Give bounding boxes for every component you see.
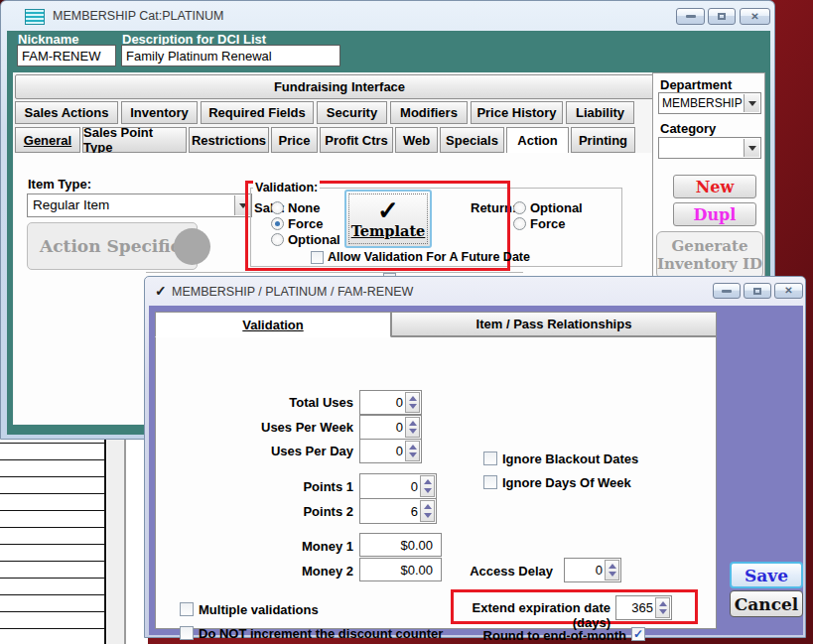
item-type-select[interactable]: Regular Item <box>27 193 252 217</box>
tab-sales-point-type[interactable]: Sales Point Type <box>82 127 187 153</box>
spinner-arrows[interactable] <box>605 560 619 580</box>
tab-web[interactable]: Web <box>395 127 438 153</box>
spin-up-icon <box>409 396 417 401</box>
spinner-arrows[interactable] <box>655 597 670 618</box>
minimize-button[interactable] <box>676 8 705 25</box>
dialog-maximize-button[interactable] <box>744 283 771 299</box>
spinner-arrows[interactable] <box>405 441 420 461</box>
points2-spinner[interactable]: 6 <box>359 498 437 524</box>
tab-price-history[interactable]: Price History <box>471 101 563 124</box>
tab-required-fields[interactable]: Required Fields <box>201 101 314 124</box>
uses-per-day-spinner[interactable]: 0 <box>359 439 422 463</box>
category-select[interactable] <box>658 137 761 159</box>
tab-modifiers[interactable]: Modifiers <box>390 101 468 124</box>
template-button[interactable]: ✓ Template <box>344 190 432 248</box>
spin-up-icon <box>424 504 432 509</box>
money2-input[interactable]: $0.00 <box>359 558 442 581</box>
sale-optional-label: Optional <box>288 232 340 247</box>
tab-action[interactable]: Action <box>506 127 569 154</box>
sale-optional-radio[interactable] <box>271 233 284 246</box>
maximize-icon <box>753 288 761 295</box>
points2-label: Points 2 <box>215 504 353 519</box>
dialog-close-button[interactable]: ✕ <box>774 283 803 299</box>
tab-item-pass-relationships[interactable]: Item / Pass Relationships <box>391 312 717 336</box>
spin-down-icon <box>424 488 432 493</box>
dialog-title-check-icon: ✓ <box>155 283 167 299</box>
close-icon: ✕ <box>750 12 758 22</box>
spin-up-icon <box>424 479 432 484</box>
save-button[interactable]: Save <box>730 562 803 588</box>
dupl-button[interactable]: Dupl <box>673 202 756 226</box>
department-value: MEMBERSHIP <box>662 96 743 110</box>
generate-line1: Generate <box>672 237 748 255</box>
tab-liability[interactable]: Liability <box>566 101 634 124</box>
round-checkbox[interactable]: ✓ <box>631 627 645 641</box>
main-window-title: MEMBERSHIP Cat:PLATINUM <box>53 9 224 23</box>
department-select[interactable]: MEMBERSHIP <box>658 92 761 114</box>
multiple-validations-checkbox[interactable] <box>180 602 194 616</box>
money2-value: $0.00 <box>360 559 433 580</box>
tab-printing[interactable]: Printing <box>571 127 635 153</box>
description-input[interactable]: Family Platinum Renewal <box>121 45 340 66</box>
spinner-arrows[interactable] <box>420 500 435 522</box>
total-uses-spinner[interactable]: 0 <box>359 390 422 415</box>
uses-per-week-label: Uses Per Week <box>215 420 353 435</box>
generate-inventory-id-button: Generate Inventory ID <box>656 231 763 279</box>
spin-down-icon <box>409 404 417 409</box>
new-button[interactable]: New <box>673 175 756 198</box>
tab-price[interactable]: Price <box>271 127 318 153</box>
return-optional-label: Optional <box>530 200 583 215</box>
maximize-button[interactable] <box>708 8 736 25</box>
sale-none-radio[interactable] <box>271 201 284 214</box>
total-uses-label: Total Uses <box>215 395 353 410</box>
sale-force-radio[interactable] <box>271 217 284 230</box>
chevron-down-icon <box>748 101 756 106</box>
money1-input[interactable]: $0.00 <box>359 533 442 557</box>
dialog-title: MEMBERSHIP / PLATINUM / FAM-RENEW <box>172 285 413 299</box>
points1-value: 0 <box>360 474 418 498</box>
fundraising-interface-button[interactable]: Fundraising Interface <box>15 74 664 99</box>
ignore-blackout-checkbox[interactable] <box>483 451 497 465</box>
tab-restrictions[interactable]: Restrictions <box>189 127 269 153</box>
extend-label: Extend expiration date (days) <box>454 600 610 630</box>
action-specifics-circle-icon <box>174 228 210 265</box>
tab-security[interactable]: Security <box>317 101 387 124</box>
uses-per-week-spinner[interactable]: 0 <box>359 415 422 440</box>
spin-down-icon <box>659 609 667 614</box>
list-rows <box>0 443 105 644</box>
list-gray-column <box>107 435 126 644</box>
tab-profit-ctrs[interactable]: Profit Ctrs <box>320 127 393 153</box>
multiple-validations-label: Multiple validations <box>199 602 319 617</box>
tab-general[interactable]: General <box>15 127 80 153</box>
chevron-down-icon <box>748 146 756 151</box>
tab-validation[interactable]: Validation <box>155 312 391 337</box>
spinner-arrows[interactable] <box>420 475 435 497</box>
cancel-button[interactable]: Cancel <box>730 590 803 617</box>
close-icon: ✕ <box>784 286 792 296</box>
points1-label: Points 1 <box>215 479 353 494</box>
minimize-icon <box>686 15 696 18</box>
points2-value: 6 <box>360 499 418 523</box>
tab-specials[interactable]: Specials <box>440 127 504 153</box>
category-dropdown-button[interactable] <box>744 139 759 157</box>
points1-spinner[interactable]: 0 <box>359 473 437 499</box>
category-label: Category <box>660 121 716 136</box>
spinner-arrows[interactable] <box>405 417 420 438</box>
tab-inventory[interactable]: Inventory <box>121 101 198 124</box>
return-optional-radio[interactable] <box>513 201 526 214</box>
tab-sales-actions[interactable]: Sales Actions <box>15 101 118 124</box>
action-specifics-label: Action Specifics <box>40 236 191 256</box>
ignore-days-checkbox[interactable] <box>483 475 497 489</box>
dialog-minimize-button[interactable] <box>713 283 741 299</box>
spin-down-icon <box>424 513 432 518</box>
allow-future-checkbox[interactable] <box>311 251 324 264</box>
return-force-radio[interactable] <box>513 217 526 230</box>
extend-spinner[interactable]: 365 <box>615 595 672 620</box>
close-button[interactable]: ✕ <box>740 8 770 25</box>
spinner-arrows[interactable] <box>405 392 420 413</box>
dialog-client-area: Validation Item / Pass Relationships Tot… <box>149 306 803 635</box>
nickname-input[interactable]: FAM-RENEW <box>17 45 116 66</box>
access-delay-spinner[interactable]: 0 <box>564 558 621 582</box>
no-increment-checkbox[interactable] <box>180 626 194 640</box>
department-dropdown-button[interactable] <box>744 94 759 112</box>
